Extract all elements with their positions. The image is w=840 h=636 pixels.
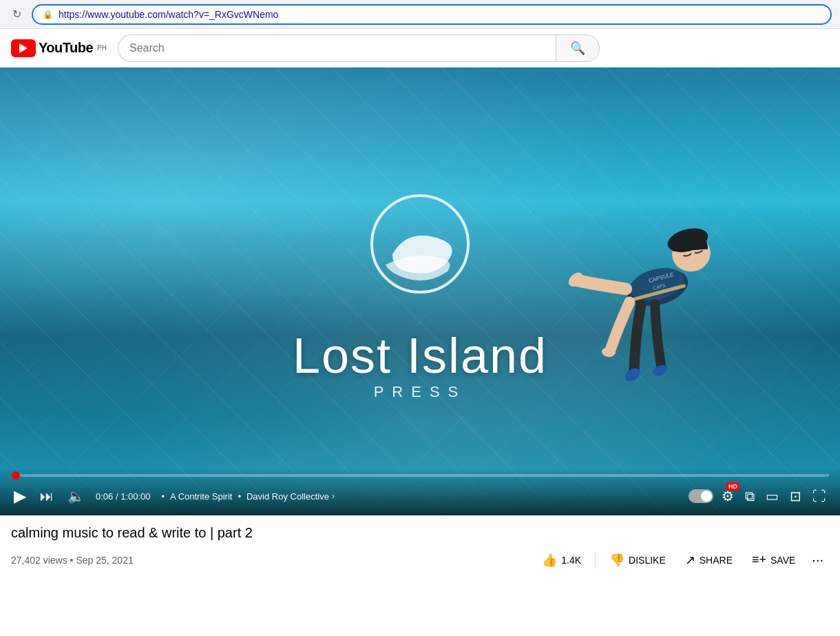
youtube-logo-text: YouTube — [39, 40, 93, 56]
song-info: • A Contrite Spirit • David Roy Collecti… — [159, 491, 680, 502]
hd-badge: HD — [726, 482, 739, 491]
right-controls: ⚙ HD ⧉ ▭ ⊡ ⛶ — [689, 485, 829, 507]
volume-button[interactable]: 🔈 — [65, 485, 87, 507]
lip-logo-svg — [351, 182, 489, 320]
stats-row: 27,402 views • Sep 25, 2021 👍 1.4K 👎 DIS… — [11, 546, 829, 573]
youtube-header: YouTube PH 🔍 — [0, 29, 840, 68]
progress-bar[interactable] — [11, 474, 829, 477]
url-bar[interactable]: 🔒 https://www.youtube.com/watch?v=_RxGvc… — [32, 4, 832, 25]
video-title: calming music to read & write to | part … — [11, 525, 829, 541]
toggle-switch[interactable] — [689, 489, 713, 503]
settings-button[interactable]: ⚙ HD — [719, 485, 737, 507]
fullscreen-button[interactable]: ⛶ — [810, 486, 829, 507]
dislike-button[interactable]: 👎 DISLIKE — [601, 547, 674, 573]
share-button[interactable]: ↗ SHARE — [677, 547, 741, 573]
video-meta: calming music to read & write to | part … — [0, 515, 840, 573]
search-input[interactable] — [118, 34, 556, 62]
play-button[interactable]: ▶ — [11, 484, 29, 509]
character-illustration: CAPSULE CAPS — [551, 136, 757, 412]
save-icon: ≡+ — [752, 553, 766, 567]
theater-button[interactable]: ▭ — [763, 485, 781, 507]
video-actions: 👍 1.4K 👎 DISLIKE ↗ SHARE ≡+ SAVE ··· — [534, 546, 829, 573]
autoplay-toggle[interactable] — [689, 489, 713, 503]
action-divider — [595, 552, 596, 568]
video-controls: ▶ ⏭ 🔈 0:06 / 1:00:00 • A Contrite Spirit… — [0, 469, 840, 515]
browser-bar: ↻ 🔒 https://www.youtube.com/watch?v=_RxG… — [0, 0, 840, 29]
dislike-icon: 👎 — [609, 553, 624, 568]
video-title-sub: PRESS — [374, 383, 467, 401]
video-player[interactable]: CAPSULE CAPS — [0, 68, 840, 515]
video-title-main: Lost Island — [293, 331, 547, 380]
lock-icon: 🔒 — [43, 10, 53, 19]
progress-dot — [12, 471, 20, 480]
youtube-logo-icon — [11, 39, 36, 57]
next-button[interactable]: ⏭ — [37, 486, 56, 507]
video-thumbnail: CAPSULE CAPS — [0, 68, 840, 515]
url-text: https://www.youtube.com/watch?v=_RxGvcWN… — [59, 9, 278, 20]
youtube-logo[interactable]: YouTube PH — [11, 39, 107, 57]
cast-button[interactable]: ⊡ — [787, 485, 804, 507]
more-button[interactable]: ··· — [806, 546, 829, 573]
video-stats: 27,402 views • Sep 25, 2021 — [11, 555, 134, 566]
toggle-knob — [701, 491, 712, 502]
like-button[interactable]: 👍 1.4K — [534, 547, 589, 573]
miniplayer-button[interactable]: ⧉ — [742, 486, 757, 507]
lost-island-press-logo: Lost Island PRESS — [293, 182, 547, 401]
search-button[interactable]: 🔍 — [556, 34, 600, 62]
time-display: 0:06 / 1:00:00 — [96, 491, 151, 502]
like-icon: 👍 — [542, 553, 557, 568]
search-container: 🔍 — [118, 34, 600, 62]
save-button[interactable]: ≡+ SAVE — [744, 547, 804, 573]
share-icon: ↗ — [685, 553, 695, 568]
refresh-button[interactable]: ↻ — [8, 6, 25, 23]
country-label: PH — [97, 44, 107, 52]
controls-row: ▶ ⏭ 🔈 0:06 / 1:00:00 • A Contrite Spirit… — [11, 484, 829, 509]
